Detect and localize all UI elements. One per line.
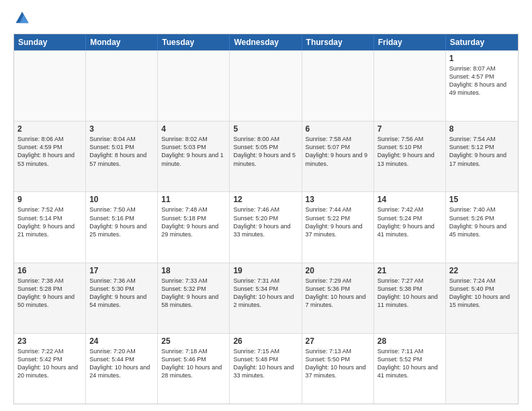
calendar-cell: 4Sunrise: 8:02 AM Sunset: 5:03 PM Daylig…: [158, 122, 230, 191]
cell-details: Sunrise: 7:46 AM Sunset: 5:20 PM Dayligh…: [233, 205, 298, 238]
day-number: 13: [306, 195, 370, 204]
calendar-cell: [374, 51, 446, 121]
cell-details: Sunrise: 7:56 AM Sunset: 5:10 PM Dayligh…: [378, 135, 442, 168]
cell-details: Sunrise: 7:24 AM Sunset: 5:40 PM Dayligh…: [449, 277, 515, 310]
cell-details: Sunrise: 7:50 AM Sunset: 5:16 PM Dayligh…: [89, 205, 154, 238]
calendar-cell: 6Sunrise: 7:58 AM Sunset: 5:07 PM Daylig…: [302, 122, 374, 191]
calendar-cell: 19Sunrise: 7:31 AM Sunset: 5:34 PM Dayli…: [230, 263, 302, 333]
calendar-cell: [14, 51, 86, 121]
cell-details: Sunrise: 8:02 AM Sunset: 5:03 PM Dayligh…: [161, 135, 226, 168]
cell-details: Sunrise: 7:33 AM Sunset: 5:32 PM Dayligh…: [161, 277, 226, 310]
day-number: 6: [306, 124, 370, 134]
day-number: 23: [17, 336, 82, 346]
calendar-cell: 25Sunrise: 7:18 AM Sunset: 5:46 PM Dayli…: [158, 334, 230, 404]
calendar-cell: 21Sunrise: 7:27 AM Sunset: 5:38 PM Dayli…: [374, 263, 446, 333]
calendar-cell: [446, 334, 518, 404]
calendar-header-cell: Wednesday: [230, 34, 302, 50]
day-number: 5: [233, 124, 298, 134]
day-number: 28: [378, 336, 442, 346]
day-number: 18: [161, 266, 226, 275]
calendar-body: 1Sunrise: 8:07 AM Sunset: 4:57 PM Daylig…: [14, 50, 518, 404]
calendar-cell: 2Sunrise: 8:06 AM Sunset: 4:59 PM Daylig…: [14, 122, 86, 191]
cell-details: Sunrise: 8:06 AM Sunset: 4:59 PM Dayligh…: [17, 135, 82, 168]
calendar-cell: 10Sunrise: 7:50 AM Sunset: 5:16 PM Dayli…: [86, 192, 158, 262]
cell-details: Sunrise: 7:44 AM Sunset: 5:22 PM Dayligh…: [306, 205, 370, 238]
calendar-header-cell: Friday: [374, 34, 446, 50]
day-number: 25: [161, 336, 226, 346]
cell-details: Sunrise: 7:11 AM Sunset: 5:52 PM Dayligh…: [378, 347, 442, 380]
calendar-cell: 9Sunrise: 7:52 AM Sunset: 5:14 PM Daylig…: [14, 192, 86, 262]
cell-details: Sunrise: 7:42 AM Sunset: 5:24 PM Dayligh…: [378, 205, 442, 238]
calendar-row: 23Sunrise: 7:22 AM Sunset: 5:42 PM Dayli…: [14, 333, 518, 404]
day-number: 26: [233, 336, 298, 346]
calendar-cell: 11Sunrise: 7:48 AM Sunset: 5:18 PM Dayli…: [158, 192, 230, 262]
calendar-cell: [230, 51, 302, 121]
calendar-cell: 27Sunrise: 7:13 AM Sunset: 5:50 PM Dayli…: [302, 334, 374, 404]
day-number: 14: [378, 195, 442, 204]
calendar-cell: 13Sunrise: 7:44 AM Sunset: 5:22 PM Dayli…: [302, 192, 374, 262]
day-number: 4: [161, 124, 226, 134]
calendar-cell: 20Sunrise: 7:29 AM Sunset: 5:36 PM Dayli…: [302, 263, 374, 333]
cell-details: Sunrise: 7:52 AM Sunset: 5:14 PM Dayligh…: [17, 205, 82, 238]
calendar-cell: 5Sunrise: 8:00 AM Sunset: 5:05 PM Daylig…: [230, 122, 302, 191]
cell-details: Sunrise: 7:18 AM Sunset: 5:46 PM Dayligh…: [161, 347, 226, 380]
logo-icon: [15, 11, 30, 26]
day-number: 17: [89, 266, 154, 275]
day-number: 20: [306, 266, 370, 275]
calendar-cell: 22Sunrise: 7:24 AM Sunset: 5:40 PM Dayli…: [446, 263, 518, 333]
day-number: 9: [17, 195, 82, 204]
day-number: 16: [17, 266, 82, 275]
calendar-row: 9Sunrise: 7:52 AM Sunset: 5:14 PM Daylig…: [14, 191, 518, 262]
calendar-cell: 15Sunrise: 7:40 AM Sunset: 5:26 PM Dayli…: [446, 192, 518, 262]
calendar-cell: 12Sunrise: 7:46 AM Sunset: 5:20 PM Dayli…: [230, 192, 302, 262]
calendar-cell: 28Sunrise: 7:11 AM Sunset: 5:52 PM Dayli…: [374, 334, 446, 404]
day-number: 15: [449, 195, 515, 204]
calendar-cell: 18Sunrise: 7:33 AM Sunset: 5:32 PM Dayli…: [158, 263, 230, 333]
cell-details: Sunrise: 8:04 AM Sunset: 5:01 PM Dayligh…: [89, 135, 154, 168]
calendar: SundayMondayTuesdayWednesdayThursdayFrid…: [13, 34, 519, 404]
calendar-cell: 16Sunrise: 7:38 AM Sunset: 5:28 PM Dayli…: [14, 263, 86, 333]
day-number: 3: [89, 124, 154, 134]
day-number: 21: [378, 266, 442, 275]
calendar-header-cell: Tuesday: [158, 34, 230, 50]
day-number: 2: [17, 124, 82, 134]
cell-details: Sunrise: 7:38 AM Sunset: 5:28 PM Dayligh…: [17, 277, 82, 310]
day-number: 19: [233, 266, 298, 275]
calendar-cell: 17Sunrise: 7:36 AM Sunset: 5:30 PM Dayli…: [86, 263, 158, 333]
page: SundayMondayTuesdayWednesdayThursdayFrid…: [0, 0, 532, 411]
cell-details: Sunrise: 7:31 AM Sunset: 5:34 PM Dayligh…: [233, 277, 298, 310]
calendar-header-cell: Saturday: [446, 34, 518, 50]
day-number: 8: [449, 124, 515, 134]
cell-details: Sunrise: 7:29 AM Sunset: 5:36 PM Dayligh…: [306, 277, 370, 310]
day-number: 1: [449, 54, 515, 63]
calendar-cell: 26Sunrise: 7:15 AM Sunset: 5:48 PM Dayli…: [230, 334, 302, 404]
cell-details: Sunrise: 7:40 AM Sunset: 5:26 PM Dayligh…: [449, 205, 515, 238]
calendar-cell: 1Sunrise: 8:07 AM Sunset: 4:57 PM Daylig…: [446, 51, 518, 121]
calendar-cell: 14Sunrise: 7:42 AM Sunset: 5:24 PM Dayli…: [374, 192, 446, 262]
calendar-header: SundayMondayTuesdayWednesdayThursdayFrid…: [14, 34, 518, 50]
calendar-header-cell: Monday: [86, 34, 158, 50]
day-number: 10: [89, 195, 154, 204]
cell-details: Sunrise: 7:48 AM Sunset: 5:18 PM Dayligh…: [161, 205, 226, 238]
cell-details: Sunrise: 7:36 AM Sunset: 5:30 PM Dayligh…: [89, 277, 154, 310]
calendar-cell: [158, 51, 230, 121]
day-number: 11: [161, 195, 226, 204]
day-number: 7: [378, 124, 442, 134]
calendar-cell: [86, 51, 158, 121]
logo: [13, 11, 31, 28]
cell-details: Sunrise: 7:58 AM Sunset: 5:07 PM Dayligh…: [306, 135, 370, 168]
header: [13, 11, 519, 28]
cell-details: Sunrise: 7:15 AM Sunset: 5:48 PM Dayligh…: [233, 347, 298, 380]
calendar-row: 2Sunrise: 8:06 AM Sunset: 4:59 PM Daylig…: [14, 121, 518, 191]
calendar-cell: 8Sunrise: 7:54 AM Sunset: 5:12 PM Daylig…: [446, 122, 518, 191]
calendar-cell: 23Sunrise: 7:22 AM Sunset: 5:42 PM Dayli…: [14, 334, 86, 404]
day-number: 12: [233, 195, 298, 204]
calendar-cell: 24Sunrise: 7:20 AM Sunset: 5:44 PM Dayli…: [86, 334, 158, 404]
calendar-cell: 3Sunrise: 8:04 AM Sunset: 5:01 PM Daylig…: [86, 122, 158, 191]
cell-details: Sunrise: 7:54 AM Sunset: 5:12 PM Dayligh…: [449, 135, 515, 168]
day-number: 22: [449, 266, 515, 275]
cell-details: Sunrise: 8:00 AM Sunset: 5:05 PM Dayligh…: [233, 135, 298, 168]
calendar-cell: 7Sunrise: 7:56 AM Sunset: 5:10 PM Daylig…: [374, 122, 446, 191]
calendar-row: 1Sunrise: 8:07 AM Sunset: 4:57 PM Daylig…: [14, 50, 518, 121]
day-number: 27: [306, 336, 370, 346]
